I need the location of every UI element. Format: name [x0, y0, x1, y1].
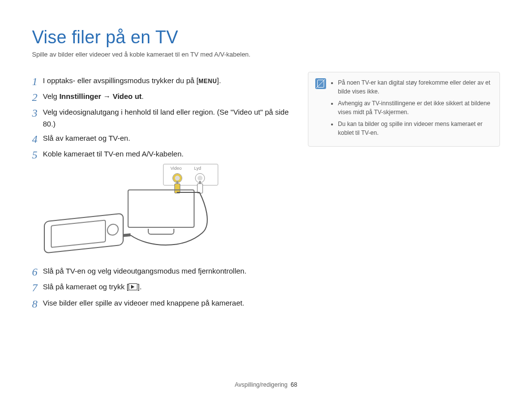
step-1: 1 I opptaks- eller avspillingsmodus tryk…	[32, 75, 293, 88]
note-box: På noen TV-er kan digital støy forekomme…	[308, 72, 500, 147]
note-item: Du kan ta bilder og spille inn videoer m…	[338, 120, 493, 137]
rca-panel: Video Lyd	[163, 164, 218, 185]
page-footer: Avspilling/redigering 68	[0, 381, 532, 388]
step-number: 7	[32, 281, 43, 294]
step-text: Velg videosignalutgang i henhold til lan…	[43, 106, 293, 129]
step-text: Slå av kameraet og TV-en.	[43, 132, 293, 144]
step-3: 3 Velg videosignalutgang i henhold til l…	[32, 106, 293, 129]
step-number: 6	[32, 265, 43, 278]
step-number: 3	[32, 106, 43, 119]
step-4: 4 Slå av kameraet og TV-en.	[32, 132, 293, 145]
step-8: 8 Vise bilder eller spille av videoer me…	[32, 297, 293, 310]
camera-plug-icon	[123, 233, 131, 237]
note-item: På noen TV-er kan digital støy forekomme…	[338, 78, 493, 96]
playback-icon	[129, 283, 137, 290]
footer-section: Avspilling/redigering	[235, 381, 288, 388]
step-6: 6 Slå på TV-en og velg videoutgangsmodus…	[32, 265, 293, 278]
step-text: Slå på TV-en og velg videoutgangsmodus m…	[43, 265, 293, 277]
note-item: Avhengig av TV-innstillingene er det ikk…	[338, 99, 493, 117]
camera-icon	[44, 213, 124, 254]
step-5: 5 Koble kameraet til TV-en med A/V-kabel…	[32, 148, 293, 161]
step-text: Velg Innstillinger → Video ut.	[43, 91, 293, 102]
connection-illustration: Video Lyd	[35, 164, 242, 262]
step-number: 2	[32, 91, 43, 103]
step-2: 2 Velg Innstillinger → Video ut.	[32, 91, 293, 103]
page-subtitle: Spille av bilder eller videoer ved å kob…	[32, 51, 500, 58]
step-text: Slå på kameraet og trykk [].	[43, 281, 293, 292]
note-list: På noen TV-er kan digital støy forekomme…	[331, 77, 493, 140]
step-text: Vise bilder eller spille av videoer med …	[43, 297, 293, 308]
content-columns: 1 I opptaks- eller avspillingsmodus tryk…	[32, 72, 500, 313]
page-title: Vise filer på en TV	[32, 27, 500, 48]
left-column: 1 I opptaks- eller avspillingsmodus tryk…	[32, 72, 293, 313]
step-7: 7 Slå på kameraet og trykk [].	[32, 281, 293, 294]
note-icon	[315, 78, 326, 89]
tv-icon	[128, 189, 195, 235]
video-label: Video	[170, 166, 182, 171]
step-number: 4	[32, 132, 43, 145]
right-column: På noen TV-er kan digital støy forekomme…	[308, 72, 500, 313]
footer-page-number: 68	[291, 381, 297, 388]
step-text: Koble kameraet til TV-en med A/V-kabelen…	[43, 148, 293, 159]
step-number: 5	[32, 148, 43, 161]
step-text: I opptaks- eller avspillingsmodus trykke…	[43, 75, 293, 86]
step-number: 1	[32, 75, 43, 88]
rca-plug-white-icon	[197, 184, 203, 193]
audio-label: Lyd	[194, 166, 201, 171]
menu-icon: MENU	[199, 77, 217, 86]
manual-page: Vise filer på en TV Spille av bilder ell…	[0, 0, 532, 401]
step-number: 8	[32, 297, 43, 310]
